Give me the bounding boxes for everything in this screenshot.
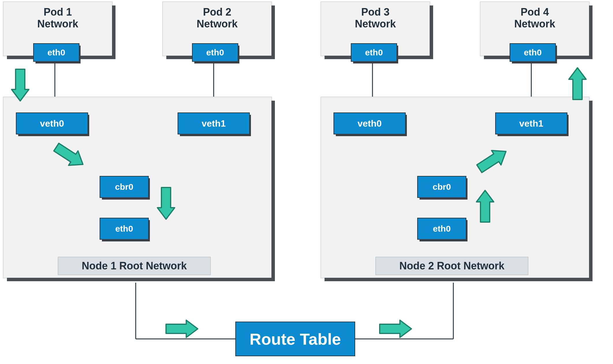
node2-eth0-label: eth0 (433, 224, 451, 234)
pod4-title: Pod 4 Network (480, 6, 589, 30)
node2-eth0: eth0 (417, 218, 466, 240)
pod1-title: Pod 1 Network (3, 6, 112, 30)
pod2-eth0-label: eth0 (206, 48, 224, 57)
node2-cbr0: cbr0 (417, 176, 466, 198)
arrow-route-to-node2 (380, 320, 411, 337)
pod1-eth0: eth0 (33, 43, 79, 62)
pod3-eth0: eth0 (351, 43, 397, 62)
pod4-title-l2: Network (514, 18, 555, 30)
pod3-eth0-label: eth0 (365, 48, 383, 57)
node2-veth1: veth1 (495, 112, 567, 134)
arrow-node1-to-route (166, 320, 198, 337)
node1-veth0-label: veth0 (40, 118, 64, 129)
pod2-title-l2: Network (197, 18, 238, 30)
pod1-title-l1: Pod 1 (44, 6, 72, 18)
node1-eth0-label: eth0 (115, 224, 133, 234)
node2-cbr0-label: cbr0 (433, 182, 451, 192)
pod2-title-l1: Pod 2 (203, 6, 231, 18)
pod4-eth0: eth0 (510, 43, 556, 62)
pod1-eth0-label: eth0 (47, 48, 65, 57)
node2-veth0-label: veth0 (357, 118, 382, 129)
node1-veth0: veth0 (16, 112, 88, 134)
diagram-canvas: Pod 1 Network Pod 2 Network Pod 3 Networ… (0, 0, 613, 364)
node1-label-bar: Node 1 Root Network (58, 257, 211, 275)
route-table: Route Table (235, 322, 355, 356)
arrow-pod1-to-veth0 (12, 69, 29, 101)
pod2-eth0: eth0 (192, 43, 238, 62)
node2-label-bar: Node 2 Root Network (375, 257, 528, 275)
pod2-title: Pod 2 Network (163, 6, 271, 30)
pod3-title-l1: Pod 3 (361, 6, 390, 18)
arrow-veth1-to-pod4 (569, 68, 586, 100)
node2-label: Node 2 Root Network (399, 260, 504, 272)
node1-cbr0: cbr0 (100, 176, 149, 198)
pod4-eth0-label: eth0 (524, 48, 542, 57)
node1-veth1-label: veth1 (202, 118, 226, 129)
node1-cbr0-label: cbr0 (115, 182, 133, 192)
pod3-title: Pod 3 Network (321, 6, 430, 30)
node2-veth1-label: veth1 (519, 118, 543, 129)
route-table-label: Route Table (249, 330, 341, 348)
node1-label: Node 1 Root Network (82, 260, 187, 272)
pod1-title-l2: Network (37, 18, 78, 30)
node2-veth0: veth0 (333, 112, 406, 134)
node1-eth0: eth0 (100, 218, 149, 240)
pod4-title-l1: Pod 4 (521, 6, 549, 18)
pod3-title-l2: Network (355, 18, 396, 30)
node1-veth1: veth1 (178, 112, 250, 134)
